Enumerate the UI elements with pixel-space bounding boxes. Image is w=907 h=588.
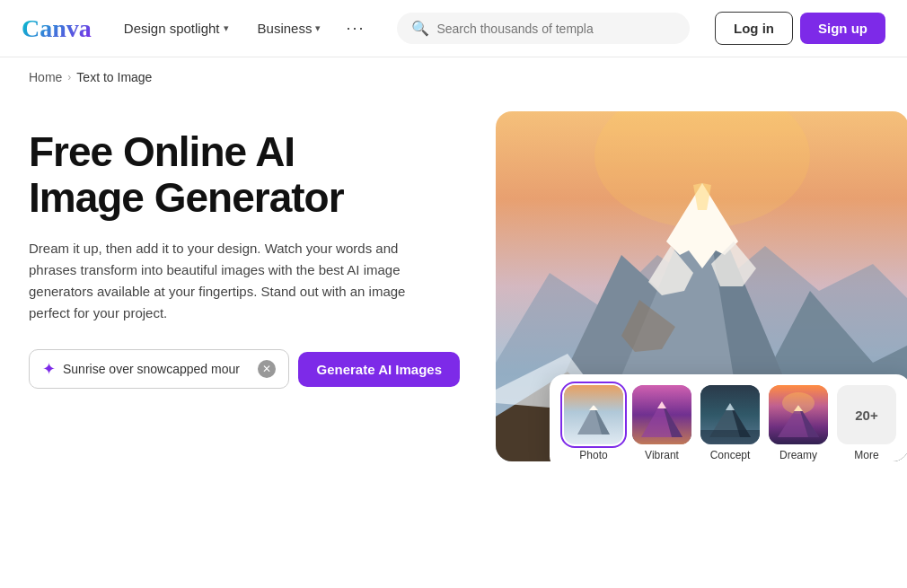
- svg-rect-28: [700, 430, 760, 444]
- style-dreamy-label: Dreamy: [779, 449, 817, 461]
- style-photo-thumb: [564, 385, 623, 444]
- style-concept[interactable]: Concept: [700, 385, 760, 461]
- style-panel: Photo Vibrant: [550, 374, 907, 461]
- hero-title-line1: Free Online AI: [29, 128, 295, 175]
- sparkle-icon: ✦: [42, 359, 56, 379]
- hero-description: Dream it up, then add it to your design.…: [29, 238, 424, 324]
- chevron-down-icon: ▾: [224, 22, 229, 34]
- canva-logo[interactable]: Canva: [22, 14, 92, 43]
- nav-design-spotlight[interactable]: Design spotlight ▾: [113, 13, 240, 43]
- right-column: Photo Vibrant: [496, 111, 907, 461]
- hero-title-line2: Image Generator: [29, 174, 344, 221]
- breadcrumb: Home › Text to Image: [0, 57, 907, 97]
- signup-button[interactable]: Sign up: [800, 13, 885, 44]
- hero-title: Free Online AI Image Generator: [29, 129, 460, 220]
- breadcrumb-home[interactable]: Home: [29, 70, 62, 84]
- style-vibrant-thumb: [632, 385, 691, 444]
- prompt-input-wrap: ✦ ✕: [29, 349, 289, 389]
- style-concept-label: Concept: [710, 449, 751, 461]
- main-content: Free Online AI Image Generator Dream it …: [0, 97, 907, 584]
- nav-design-spotlight-label: Design spotlight: [124, 21, 220, 36]
- chevron-down-icon: ▾: [315, 22, 321, 34]
- style-more[interactable]: 20+ More: [837, 385, 896, 461]
- search-bar: 🔍: [397, 13, 690, 44]
- style-concept-thumb: [700, 385, 760, 444]
- breadcrumb-separator: ›: [67, 71, 71, 83]
- search-input[interactable]: [436, 22, 675, 36]
- nav-right-actions: Log in Sign up: [715, 12, 885, 45]
- generate-button[interactable]: Generate AI Images: [298, 352, 460, 387]
- prompt-row: ✦ ✕ Generate AI Images: [29, 349, 460, 389]
- style-dreamy[interactable]: Dreamy: [769, 385, 828, 461]
- style-vibrant[interactable]: Vibrant: [632, 385, 691, 461]
- prompt-input[interactable]: [63, 362, 251, 376]
- hero-image: Photo Vibrant: [496, 111, 907, 461]
- style-photo-label: Photo: [579, 449, 607, 461]
- style-vibrant-label: Vibrant: [645, 449, 679, 461]
- search-icon: 🔍: [411, 20, 429, 37]
- breadcrumb-current: Text to Image: [76, 70, 152, 84]
- nav-business[interactable]: Business ▾: [247, 13, 332, 43]
- style-more-box: 20+: [837, 385, 896, 444]
- nav-business-label: Business: [258, 21, 313, 36]
- style-more-label: More: [854, 449, 878, 461]
- clear-input-button[interactable]: ✕: [258, 360, 276, 378]
- style-dreamy-thumb: [769, 385, 828, 444]
- login-button[interactable]: Log in: [715, 12, 793, 45]
- left-column: Free Online AI Image Generator Dream it …: [29, 111, 460, 389]
- nav-more-button[interactable]: ···: [339, 12, 372, 45]
- navbar: Canva Design spotlight ▾ Business ▾ ··· …: [0, 0, 907, 57]
- style-photo[interactable]: Photo: [564, 385, 623, 461]
